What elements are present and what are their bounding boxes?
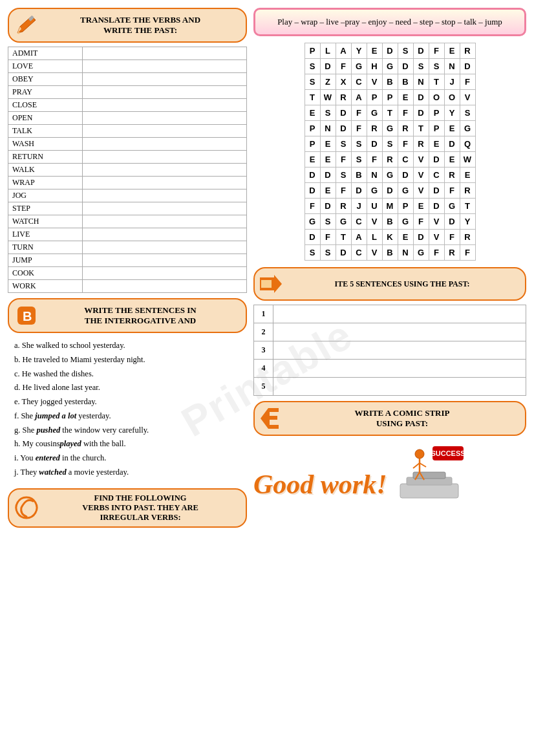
- arrow-icon-sentences: [259, 272, 283, 296]
- sentence-input[interactable]: [273, 323, 526, 341]
- section-comic-header: WRITE A COMIC STRIP USING PAST:: [253, 401, 526, 436]
- svg-line-16: [413, 463, 420, 468]
- grid-cell: V: [413, 152, 429, 167]
- grid-cell: P: [382, 90, 398, 105]
- past-cell[interactable]: [83, 280, 247, 293]
- grid-cell: C: [398, 152, 413, 167]
- grid-cell: F: [336, 183, 351, 199]
- section-irregular-title: FIND THE FOLLOWING VERBS INTO PAST. THEY…: [44, 493, 237, 523]
- grid-cell: T: [460, 199, 475, 214]
- grid-cell: F: [336, 59, 351, 74]
- row-number: 2: [254, 323, 273, 341]
- grid-cell: W: [320, 90, 336, 105]
- c-svg: [15, 496, 38, 519]
- sentence-item: b. He traveled to Miami yesterday night.: [14, 354, 247, 366]
- sentence-label: i.: [14, 453, 19, 462]
- section-irregular-header: FIND THE FOLLOWING VERBS INTO PAST. THEY…: [8, 488, 247, 528]
- grid-cell: D: [460, 59, 475, 74]
- grid-cell: N: [413, 74, 429, 90]
- grid-cell: S: [413, 59, 429, 74]
- grid-cell: Y: [460, 214, 475, 230]
- bold-word: entered: [36, 453, 60, 462]
- past-cell[interactable]: [83, 189, 247, 202]
- svg-text:SUCCESS: SUCCESS: [431, 449, 465, 457]
- sentence-input[interactable]: [273, 341, 526, 360]
- sentences-list: a. She walked to school yesterday.b. He …: [8, 337, 247, 483]
- grid-cell: T: [382, 105, 398, 121]
- grid-cell: P: [367, 90, 382, 105]
- past-cell[interactable]: [83, 151, 247, 164]
- past-cell[interactable]: [83, 215, 247, 228]
- grid-cell: P: [304, 121, 320, 136]
- grid-cell: D: [320, 167, 336, 183]
- grid-cell: R: [336, 90, 351, 105]
- past-cell[interactable]: [83, 241, 247, 254]
- past-cell[interactable]: [83, 47, 247, 60]
- grid-cell: P: [429, 121, 444, 136]
- past-cell[interactable]: [83, 228, 247, 241]
- section-sentences: ITE 5 SENTENCES USING THE PAST: 12345: [253, 267, 526, 396]
- grid-cell: D: [304, 183, 320, 199]
- past-cell[interactable]: [83, 267, 247, 280]
- section-comic-title: WRITE A COMIC STRIP USING PAST:: [287, 408, 517, 429]
- grid-cell: E: [429, 136, 444, 152]
- grid-cell: E: [444, 152, 460, 167]
- past-cell[interactable]: [83, 60, 247, 73]
- verb-cell: STEP: [8, 202, 83, 215]
- grid-cell: D: [336, 121, 351, 136]
- grid-cell: R: [460, 43, 475, 59]
- past-cell[interactable]: [83, 73, 247, 86]
- past-cell[interactable]: [83, 86, 247, 99]
- grid-cell: N: [444, 59, 460, 74]
- grid-cell: R: [398, 121, 413, 136]
- grid-cell: E: [367, 43, 382, 59]
- past-cell[interactable]: [83, 164, 247, 177]
- grid-cell: S: [336, 167, 351, 183]
- sentence-input[interactable]: [273, 305, 526, 323]
- past-cell[interactable]: [83, 138, 247, 151]
- grid-cell: V: [429, 230, 444, 245]
- grid-cell: S: [382, 136, 398, 152]
- past-cell[interactable]: [83, 177, 247, 189]
- grid-cell: Y: [351, 43, 367, 59]
- verb-cell: ADMIT: [8, 47, 83, 60]
- past-cell[interactable]: [83, 99, 247, 112]
- section-translate-title: TRANSLATE THE VERBS AND WRITE THE PAST:: [44, 15, 237, 36]
- sentence-label: j.: [14, 468, 19, 477]
- verb-cell: JUMP: [8, 254, 83, 267]
- verb-cell: WORK: [8, 280, 83, 293]
- past-cell[interactable]: [83, 112, 247, 125]
- grid-cell: B: [382, 214, 398, 230]
- sentence-label: d.: [14, 383, 20, 392]
- comic-line2: USING PAST:: [376, 418, 428, 428]
- grid-cell: N: [367, 167, 382, 183]
- sentence-item: f. She jumped a lot yesterday.: [14, 410, 247, 422]
- grid-cell: T: [304, 90, 320, 105]
- grid-cell: A: [336, 43, 351, 59]
- section-irregular: FIND THE FOLLOWING VERBS INTO PAST. THEY…: [8, 488, 247, 528]
- verb-cell: TURN: [8, 241, 83, 254]
- sentence-input[interactable]: [273, 360, 526, 378]
- grid-cell: G: [367, 183, 382, 199]
- grid-cell: G: [398, 183, 413, 199]
- title-line2: WRITE THE PAST:: [103, 25, 177, 35]
- grid-cell: X: [336, 74, 351, 90]
- grid-cell: S: [304, 59, 320, 74]
- grid-cell: F: [367, 152, 382, 167]
- grid-cell: R: [336, 199, 351, 214]
- past-cell[interactable]: [83, 125, 247, 138]
- grid-cell: G: [351, 59, 367, 74]
- grid-cell: E: [444, 121, 460, 136]
- sentence-item: i. You entered in the church.: [14, 452, 247, 464]
- past-cell[interactable]: [83, 254, 247, 267]
- past-cell[interactable]: [83, 202, 247, 215]
- grid-cell: V: [429, 214, 444, 230]
- e-svg: [259, 407, 283, 430]
- wordsearch-container: PLAYEDSDFERSDFGHGDSSNDSZXCVBBNTJFTWRAPPE…: [253, 43, 526, 261]
- verb-cell: WALK: [8, 164, 83, 177]
- sentence-input[interactable]: [273, 378, 526, 396]
- sentence-label: a.: [14, 341, 20, 350]
- bold-word: jumped a lot: [35, 411, 76, 420]
- grid-cell: A: [351, 90, 367, 105]
- grid-cell: D: [336, 245, 351, 261]
